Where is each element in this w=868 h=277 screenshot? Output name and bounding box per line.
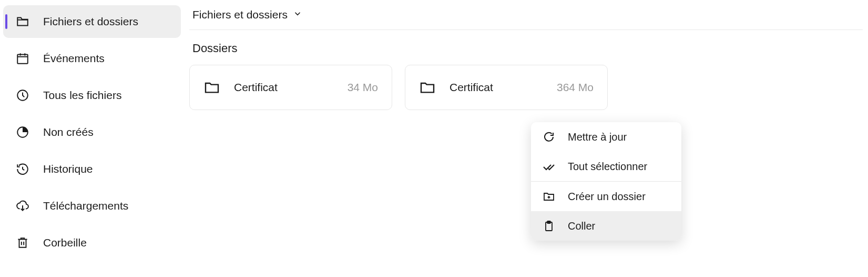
- folder-open-icon: [16, 15, 29, 28]
- context-menu-label: Tout sélectionner: [568, 161, 647, 173]
- download-cloud-icon: [16, 199, 29, 213]
- double-check-icon: [543, 160, 555, 173]
- context-menu-select-all[interactable]: Tout sélectionner: [531, 152, 681, 181]
- folder-card[interactable]: Certificat 364 Mo: [405, 65, 608, 110]
- sidebar-item-trash[interactable]: Corbeille: [3, 226, 181, 259]
- folder-name: Certificat: [450, 81, 557, 94]
- svg-rect-0: [17, 54, 28, 63]
- context-menu-label: Coller: [568, 220, 595, 232]
- folder-icon: [419, 79, 436, 96]
- sidebar-item-label: Non créés: [43, 126, 94, 138]
- folder-name: Certificat: [234, 81, 348, 94]
- sidebar-item-label: Téléchargements: [43, 200, 128, 212]
- sidebar-item-label: Historique: [43, 163, 93, 175]
- sidebar-item-history[interactable]: Historique: [3, 153, 181, 185]
- refresh-icon: [543, 131, 555, 143]
- folder-size: 34 Mo: [348, 81, 378, 94]
- chevron-down-icon: [293, 8, 302, 21]
- breadcrumb[interactable]: Fichiers et dossiers: [189, 8, 863, 30]
- folders-row: Certificat 34 Mo Certificat 364 Mo: [189, 65, 863, 110]
- sidebar-item-downloads[interactable]: Téléchargements: [3, 190, 181, 222]
- sidebar: Fichiers et dossiers Événements Tous: [0, 0, 184, 277]
- folder-icon: [203, 79, 220, 96]
- context-menu-label: Créer un dossier: [568, 191, 646, 203]
- history-icon: [16, 162, 29, 176]
- sidebar-item-label: Corbeille: [43, 236, 87, 249]
- sidebar-item-label: Fichiers et dossiers: [43, 15, 138, 28]
- sidebar-item-files-folders[interactable]: Fichiers et dossiers: [3, 5, 181, 38]
- context-menu-paste[interactable]: Coller: [531, 211, 681, 241]
- context-menu-label: Mettre à jour: [568, 131, 627, 143]
- sidebar-item-all-files[interactable]: Tous les fichiers: [3, 79, 181, 112]
- sidebar-item-label: Événements: [43, 52, 105, 65]
- breadcrumb-label: Fichiers et dossiers: [192, 8, 288, 21]
- folder-card[interactable]: Certificat 34 Mo: [189, 65, 392, 110]
- progress-icon: [16, 125, 29, 139]
- add-folder-icon: [543, 190, 555, 203]
- context-menu: Mettre à jour Tout sélectionner: [531, 122, 681, 241]
- calendar-icon: [16, 52, 29, 65]
- clipboard-icon: [543, 220, 555, 232]
- trash-icon: [16, 236, 29, 250]
- sidebar-item-label: Tous les fichiers: [43, 89, 121, 102]
- sidebar-item-not-created[interactable]: Non créés: [3, 116, 181, 149]
- main-content: Fichiers et dossiers Dossiers Certificat…: [184, 0, 868, 277]
- clock-icon: [16, 88, 29, 102]
- folder-size: 364 Mo: [557, 81, 594, 94]
- section-title: Dossiers: [189, 42, 863, 55]
- context-menu-refresh[interactable]: Mettre à jour: [531, 122, 681, 152]
- context-menu-create-folder[interactable]: Créer un dossier: [531, 182, 681, 211]
- sidebar-item-events[interactable]: Événements: [3, 42, 181, 75]
